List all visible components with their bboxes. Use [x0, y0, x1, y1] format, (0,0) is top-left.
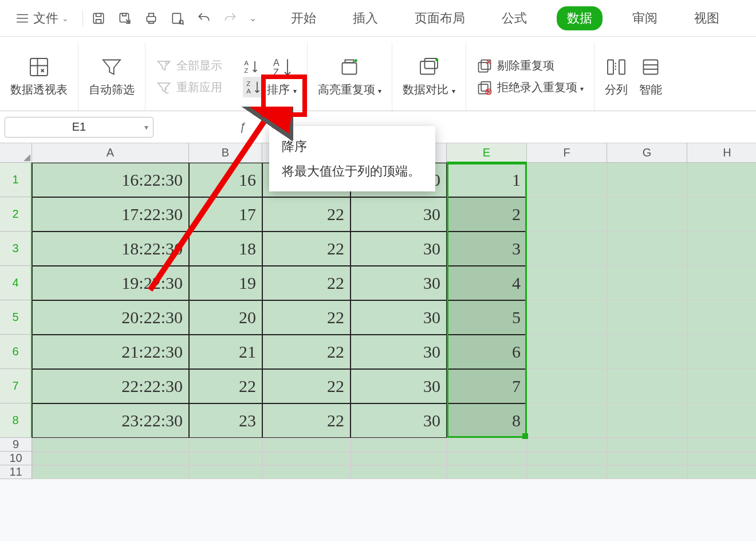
cell-E5[interactable]: 5	[447, 300, 527, 335]
cell-F6[interactable]	[527, 335, 607, 369]
cell-blank[interactable]	[527, 465, 607, 479]
cell-blank[interactable]	[447, 452, 527, 465]
cell-F2[interactable]	[527, 197, 607, 232]
cell-H5[interactable]	[687, 300, 756, 335]
tab-home[interactable]: 开始	[284, 6, 323, 30]
cell-C2[interactable]: 22	[262, 197, 351, 232]
cell-D4[interactable]: 30	[351, 266, 447, 300]
cell-C8[interactable]: 22	[262, 403, 351, 438]
cell-H3[interactable]	[687, 232, 756, 266]
cell-C5[interactable]: 22	[262, 300, 351, 335]
cell-blank[interactable]	[607, 452, 687, 465]
cell-blank[interactable]	[607, 465, 687, 479]
cell-G8[interactable]	[607, 403, 687, 438]
cell-blank[interactable]	[32, 438, 189, 452]
row-header-2[interactable]: 2	[0, 197, 32, 232]
col-header-B[interactable]: B	[189, 143, 262, 163]
cell-blank[interactable]	[262, 438, 351, 452]
cell-blank[interactable]	[687, 452, 756, 465]
sort-desc-button[interactable]: ZA	[243, 77, 263, 97]
cell-blank[interactable]	[351, 465, 447, 479]
cell-E8[interactable]: 8	[447, 403, 527, 438]
smart-button[interactable]: 智能	[639, 56, 662, 97]
tab-insert[interactable]: 插入	[346, 6, 385, 30]
cell-G2[interactable]	[607, 197, 687, 232]
cell-blank[interactable]	[189, 465, 262, 479]
qat-more-icon[interactable]: ⌄	[249, 13, 257, 23]
cell-A3[interactable]: 18:22:30	[32, 232, 189, 266]
select-all-corner[interactable]	[0, 143, 32, 163]
cell-blank[interactable]	[447, 438, 527, 452]
cell-H6[interactable]	[687, 335, 756, 369]
tab-view[interactable]: 视图	[687, 6, 726, 30]
col-header-F[interactable]: F	[527, 143, 607, 163]
fx-icon[interactable]: ƒ	[239, 120, 246, 134]
cell-G6[interactable]	[607, 335, 687, 369]
cell-D6[interactable]: 30	[351, 335, 447, 369]
cell-blank[interactable]	[189, 452, 262, 465]
cell-blank[interactable]	[607, 438, 687, 452]
cell-D5[interactable]: 30	[351, 300, 447, 335]
cell-blank[interactable]	[262, 452, 351, 465]
row-header-11[interactable]: 11	[0, 465, 32, 479]
cell-G4[interactable]	[607, 266, 687, 300]
cell-D2[interactable]: 30	[351, 197, 447, 232]
pivot-table-button[interactable]: 数据透视表	[10, 56, 68, 97]
cell-B8[interactable]: 23	[189, 403, 262, 438]
row-header-1[interactable]: 1	[0, 163, 32, 197]
show-all-button[interactable]: 全部显示	[156, 58, 222, 74]
cell-blank[interactable]	[32, 452, 189, 465]
cell-blank[interactable]	[687, 438, 756, 452]
reapply-button[interactable]: 重新应用	[156, 80, 222, 96]
cell-F4[interactable]	[527, 266, 607, 300]
row-header-9[interactable]: 9	[0, 438, 32, 452]
cell-blank[interactable]	[447, 465, 527, 479]
cell-B2[interactable]: 17	[189, 197, 262, 232]
cell-D8[interactable]: 30	[351, 403, 447, 438]
autofilter-button[interactable]: 自动筛选	[89, 56, 135, 97]
spreadsheet[interactable]: ABCDEFGH116:22:301622301217:22:301722302…	[0, 143, 756, 479]
cell-G5[interactable]	[607, 300, 687, 335]
remove-dup-button[interactable]: 剔除重复项	[477, 58, 584, 74]
undo-icon[interactable]	[196, 11, 211, 26]
tab-layout[interactable]: 页面布局	[408, 6, 472, 30]
cell-B5[interactable]: 20	[189, 300, 262, 335]
cell-A1[interactable]: 16:22:30	[32, 163, 189, 197]
cell-C4[interactable]: 22	[262, 266, 351, 300]
name-box[interactable]: E1	[5, 117, 153, 138]
cell-H4[interactable]	[687, 266, 756, 300]
cell-G1[interactable]	[607, 163, 687, 197]
cell-C7[interactable]: 22	[262, 369, 351, 403]
cell-D7[interactable]: 30	[351, 369, 447, 403]
redo-icon[interactable]	[223, 11, 238, 26]
preview-icon[interactable]	[170, 11, 185, 26]
cell-blank[interactable]	[262, 465, 351, 479]
col-header-E[interactable]: E	[447, 143, 527, 163]
cell-H8[interactable]	[687, 403, 756, 438]
cell-A2[interactable]: 17:22:30	[32, 197, 189, 232]
cell-E3[interactable]: 3	[447, 232, 527, 266]
cell-E6[interactable]: 6	[447, 335, 527, 369]
cell-C3[interactable]: 22	[262, 232, 351, 266]
tab-data[interactable]: 数据	[557, 6, 603, 30]
cell-E1[interactable]: 1	[447, 163, 527, 197]
cell-G7[interactable]	[607, 369, 687, 403]
cell-blank[interactable]	[189, 438, 262, 452]
cell-B3[interactable]: 18	[189, 232, 262, 266]
row-header-5[interactable]: 5	[0, 300, 32, 335]
col-header-A[interactable]: A	[32, 143, 189, 163]
cell-D3[interactable]: 30	[351, 232, 447, 266]
cell-A5[interactable]: 20:22:30	[32, 300, 189, 335]
cell-blank[interactable]	[32, 465, 189, 479]
cell-A7[interactable]: 22:22:30	[32, 369, 189, 403]
cell-A8[interactable]: 23:22:30	[32, 403, 189, 438]
cell-A6[interactable]: 21:22:30	[32, 335, 189, 369]
cell-F1[interactable]	[527, 163, 607, 197]
cell-E7[interactable]: 7	[447, 369, 527, 403]
cell-B1[interactable]: 16	[189, 163, 262, 197]
row-header-4[interactable]: 4	[0, 266, 32, 300]
cell-G3[interactable]	[607, 232, 687, 266]
cell-blank[interactable]	[351, 452, 447, 465]
cell-F3[interactable]	[527, 232, 607, 266]
cell-H1[interactable]	[687, 163, 756, 197]
